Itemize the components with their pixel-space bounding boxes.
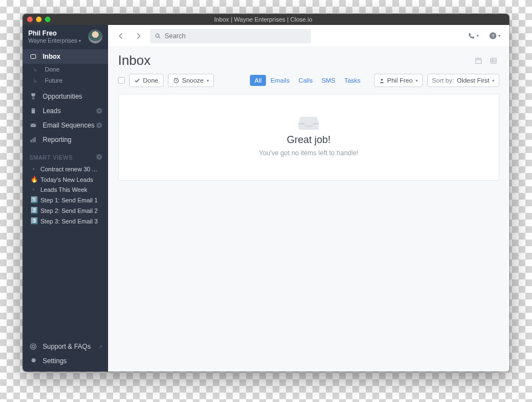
- lifebuoy-icon: [29, 343, 37, 350]
- svg-point-12: [32, 345, 35, 348]
- nav-inbox-label: Inbox: [43, 53, 60, 60]
- window-minimize-button[interactable]: [36, 17, 42, 22]
- filter-tabs: AllEmailsCallsSMSTasks: [250, 75, 365, 86]
- svg-text:?: ?: [492, 33, 494, 39]
- nav-settings-label: Settings: [43, 357, 66, 365]
- smart-view-label: Step 3: Send Email 3: [40, 218, 98, 225]
- avatar: [88, 29, 103, 44]
- smart-view-prefix: 🔥: [30, 176, 37, 183]
- sidebar: Phil Freo Wayne Enterprises▾ Inbox ↳ Don…: [23, 25, 108, 372]
- select-all-checkbox[interactable]: [118, 77, 125, 84]
- nav-support[interactable]: Support & FAQs ↗: [23, 339, 108, 354]
- nav-inbox-future[interactable]: ↳ Future: [23, 75, 108, 86]
- check-icon: [134, 78, 140, 84]
- inbox-toolbar: Done Snooze ▾ AllEmailsCallsSMSTasks Phi…: [108, 68, 509, 94]
- inbox-icon: [29, 53, 37, 60]
- filter-tab-tasks[interactable]: Tasks: [340, 75, 365, 86]
- mark-done-button[interactable]: Done: [129, 74, 163, 87]
- window-title: Inbox | Wayne Enterprises | Close.io: [55, 16, 505, 23]
- smart-view-label: Contract renew 30 ...: [40, 166, 97, 172]
- external-link-icon: ↗: [98, 344, 103, 350]
- filter-tab-emails[interactable]: Emails: [266, 75, 294, 86]
- svg-rect-17: [476, 58, 482, 63]
- main-panel: ▾ ?▾ Inbox Done Snooze: [108, 25, 509, 372]
- svg-point-20: [381, 79, 382, 80]
- add-smart-view-button[interactable]: [96, 154, 103, 160]
- search-field[interactable]: [165, 32, 306, 40]
- nav-email-sequences[interactable]: Email Sequences: [23, 118, 108, 133]
- svg-rect-2: [33, 109, 33, 110]
- smart-view-label: Leads This Week: [40, 186, 88, 193]
- mail-icon: [29, 122, 37, 129]
- svg-rect-18: [491, 58, 497, 63]
- filter-tab-sms[interactable]: SMS: [317, 75, 340, 86]
- calendar-view-button[interactable]: [473, 55, 484, 67]
- trophy-icon: [29, 93, 37, 100]
- nav-reporting[interactable]: Reporting: [23, 133, 108, 147]
- back-button[interactable]: [115, 30, 127, 42]
- smart-view-item[interactable]: •Contract renew 30 ...: [23, 164, 108, 174]
- topbar: ▾ ?▾: [108, 25, 509, 47]
- account-switcher[interactable]: Phil Freo Wayne Enterprises▾: [23, 25, 108, 48]
- svg-rect-7: [30, 140, 32, 143]
- nav-support-label: Support & FAQs: [43, 343, 91, 350]
- smart-view-prefix: •: [30, 187, 37, 192]
- smart-views-list: •Contract renew 30 ...🔥Today's New Leads…: [23, 164, 108, 226]
- smart-view-item[interactable]: •Leads This Week: [23, 185, 108, 195]
- nav-leads[interactable]: Leads: [23, 104, 108, 118]
- dialer-button[interactable]: ▾: [466, 32, 481, 40]
- nav-reporting-label: Reporting: [43, 136, 71, 144]
- smart-view-prefix: 2️⃣: [30, 207, 37, 214]
- svg-rect-8: [33, 139, 34, 143]
- user-filter[interactable]: Phil Freo ▾: [374, 74, 423, 87]
- nav-opportunities-label: Opportunities: [43, 93, 82, 100]
- list-view-button[interactable]: [488, 55, 499, 67]
- svg-rect-9: [34, 137, 35, 142]
- svg-point-11: [30, 344, 37, 350]
- add-lead-button[interactable]: [96, 108, 103, 114]
- add-sequence-button[interactable]: [96, 122, 103, 129]
- search-icon: [155, 33, 161, 39]
- building-icon: [29, 107, 37, 115]
- empty-subtitle: You've got no items left to handle!: [259, 149, 358, 157]
- snooze-button[interactable]: Snooze ▾: [168, 74, 214, 87]
- filter-tab-calls[interactable]: Calls: [294, 75, 318, 86]
- forward-button[interactable]: [132, 30, 145, 42]
- smart-view-prefix: •: [30, 166, 37, 172]
- smart-view-label: Step 1: Send Email 1: [40, 197, 98, 203]
- smart-view-item[interactable]: 1️⃣Step 1: Send Email 1: [23, 195, 108, 205]
- svg-rect-1: [32, 109, 35, 114]
- smart-view-label: Today's New Leads: [40, 176, 93, 183]
- sub-arrow-icon: ↳: [33, 67, 40, 73]
- svg-rect-3: [34, 109, 34, 110]
- window-close-button[interactable]: [27, 17, 33, 22]
- nav-inbox[interactable]: Inbox: [23, 49, 108, 64]
- smart-view-item[interactable]: 3️⃣Step 3: Send Email 3: [23, 216, 108, 226]
- svg-point-14: [156, 34, 159, 37]
- smart-view-prefix: 1️⃣: [30, 196, 37, 203]
- gear-icon: [29, 357, 37, 365]
- window-titlebar: Inbox | Wayne Enterprises | Close.io: [23, 14, 509, 25]
- nav-email-sequences-label: Email Sequences: [43, 121, 94, 129]
- chart-icon: [29, 136, 37, 144]
- tray-icon: [298, 112, 320, 131]
- person-icon: [379, 78, 385, 84]
- svg-rect-0: [31, 55, 36, 59]
- clock-icon: [173, 77, 180, 84]
- smart-view-item[interactable]: 2️⃣Step 2: Send Email 2: [23, 205, 108, 216]
- sort-button[interactable]: Sort by: Oldest First ▾: [427, 74, 499, 87]
- nav-opportunities[interactable]: Opportunities: [23, 89, 108, 104]
- window-zoom-button[interactable]: [45, 17, 50, 22]
- smart-view-item[interactable]: 🔥Today's New Leads: [23, 174, 108, 185]
- filter-tab-all[interactable]: All: [250, 75, 266, 86]
- nav-inbox-done[interactable]: ↳ Done: [23, 64, 108, 75]
- empty-state: Great job! You've got no items left to h…: [118, 94, 499, 181]
- svg-rect-5: [31, 124, 36, 127]
- smart-views-header: SMART VIEWS: [23, 147, 108, 164]
- app-window: Inbox | Wayne Enterprises | Close.io Phi…: [23, 14, 509, 372]
- org-name: Wayne Enterprises▾: [28, 37, 84, 44]
- search-input[interactable]: [150, 29, 311, 43]
- help-button[interactable]: ?▾: [487, 32, 503, 40]
- nav-leads-label: Leads: [43, 107, 61, 115]
- nav-settings[interactable]: Settings: [23, 354, 108, 368]
